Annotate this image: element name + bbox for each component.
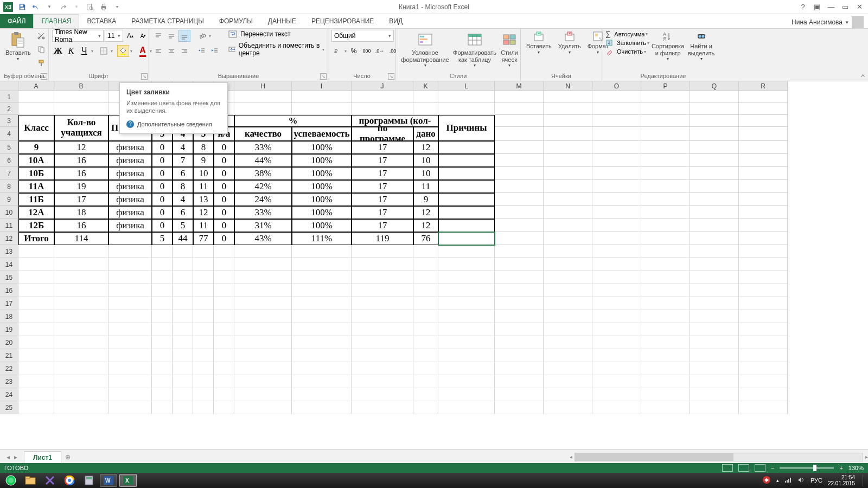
cell[interactable] <box>739 232 788 245</box>
header-cell[interactable]: 17 <box>352 167 413 180</box>
cell[interactable] <box>438 323 495 336</box>
header-cell[interactable]: 33% <box>234 206 292 219</box>
cell[interactable] <box>413 91 438 103</box>
cell[interactable] <box>438 245 495 258</box>
header-cell[interactable]: 12 <box>413 141 438 154</box>
cell[interactable] <box>544 401 592 414</box>
cell[interactable] <box>544 258 592 271</box>
autosum-button[interactable]: ∑ Автосумма ▾ <box>605 30 649 38</box>
cell[interactable] <box>592 219 641 232</box>
tab-data[interactable]: ДАННЫЕ <box>260 14 304 28</box>
cell[interactable] <box>54 297 108 310</box>
column-header[interactable]: L <box>438 81 495 91</box>
cell[interactable] <box>18 103 54 115</box>
cell[interactable] <box>234 401 292 414</box>
cell[interactable] <box>173 401 193 414</box>
header-cell[interactable]: 19 <box>54 180 108 193</box>
cell[interactable] <box>108 258 152 271</box>
row-header[interactable]: 23 <box>0 375 18 388</box>
cell[interactable] <box>544 284 592 297</box>
bold-button[interactable]: Ж <box>52 45 64 57</box>
row-header[interactable]: 25 <box>0 401 18 414</box>
align-left-icon[interactable] <box>152 45 164 57</box>
header-cell[interactable]: физика <box>108 193 152 206</box>
cell[interactable] <box>739 154 788 167</box>
cell[interactable] <box>739 206 788 219</box>
header-cell[interactable] <box>438 154 495 167</box>
start-button[interactable] <box>2 474 20 487</box>
header-cell[interactable]: 0 <box>214 206 234 219</box>
accounting-format-icon[interactable]: ₽ <box>331 45 343 57</box>
cell[interactable] <box>495 206 544 219</box>
cell[interactable] <box>108 271 152 284</box>
cell[interactable] <box>544 127 592 141</box>
cell[interactable] <box>592 271 641 284</box>
cell[interactable] <box>690 284 739 297</box>
cell[interactable] <box>495 219 544 232</box>
cell[interactable] <box>739 193 788 206</box>
cell[interactable] <box>152 323 173 336</box>
cell[interactable] <box>54 336 108 349</box>
header-cell[interactable]: 100% <box>292 193 352 206</box>
header-cell[interactable]: 12 <box>413 206 438 219</box>
cell[interactable] <box>438 271 495 284</box>
zoom-in-icon[interactable]: + <box>839 465 843 471</box>
cell[interactable] <box>641 103 690 115</box>
cell[interactable] <box>292 103 352 115</box>
cell[interactable] <box>544 180 592 193</box>
cell[interactable] <box>292 362 352 375</box>
cell[interactable] <box>592 91 641 103</box>
view-pagebreak-icon[interactable] <box>755 464 765 472</box>
column-header[interactable]: O <box>592 81 641 91</box>
cell[interactable] <box>495 154 544 167</box>
header-cell[interactable]: 16 <box>54 219 108 232</box>
row-header[interactable]: 12 <box>0 232 18 245</box>
show-desktop[interactable] <box>863 474 866 486</box>
row-header[interactable]: 21 <box>0 349 18 362</box>
header-cell[interactable]: 6 <box>173 206 193 219</box>
cell[interactable] <box>690 336 739 349</box>
header-cell[interactable]: 17 <box>352 219 413 232</box>
column-header[interactable]: M <box>495 81 544 91</box>
cell[interactable] <box>173 349 193 362</box>
header-cell[interactable]: 8 <box>193 141 214 154</box>
column-header[interactable]: Q <box>690 81 739 91</box>
cell[interactable] <box>18 323 54 336</box>
borders-icon[interactable] <box>98 45 110 57</box>
cell[interactable] <box>592 336 641 349</box>
header-cell[interactable]: 4 <box>173 141 193 154</box>
cell[interactable] <box>690 91 739 103</box>
header-cell[interactable]: Итого <box>18 232 54 245</box>
zoom-value[interactable]: 130% <box>848 465 864 471</box>
cell[interactable] <box>152 271 173 284</box>
cell[interactable] <box>108 388 152 401</box>
cell[interactable] <box>739 127 788 141</box>
cell[interactable] <box>173 388 193 401</box>
cell[interactable] <box>739 245 788 258</box>
row-header[interactable]: 13 <box>0 245 18 258</box>
cell[interactable] <box>54 375 108 388</box>
cell[interactable] <box>18 258 54 271</box>
row-header[interactable]: 2 <box>0 103 18 115</box>
cell[interactable] <box>214 323 234 336</box>
header-cell[interactable]: 5 <box>173 219 193 232</box>
cell[interactable] <box>234 375 292 388</box>
cell[interactable] <box>54 310 108 323</box>
tab-pagelayout[interactable]: РАЗМЕТКА СТРАНИЦЫ <box>124 14 212 28</box>
cell[interactable] <box>18 388 54 401</box>
header-cell[interactable]: 33% <box>234 141 292 154</box>
cell[interactable] <box>641 193 690 206</box>
cell[interactable] <box>54 362 108 375</box>
underline-button[interactable]: Ч <box>78 45 90 57</box>
cell[interactable] <box>592 141 641 154</box>
quickprint-icon[interactable] <box>99 3 108 11</box>
header-cell[interactable] <box>108 232 152 245</box>
format-as-table-button[interactable]: Форматировать как таблицу▾ <box>453 30 496 69</box>
cell[interactable] <box>544 141 592 154</box>
cell[interactable] <box>108 362 152 375</box>
cell[interactable] <box>214 271 234 284</box>
cell[interactable] <box>641 375 690 388</box>
tab-formulas[interactable]: ФОРМУЛЫ <box>212 14 260 28</box>
cell[interactable] <box>234 349 292 362</box>
cell[interactable] <box>641 219 690 232</box>
